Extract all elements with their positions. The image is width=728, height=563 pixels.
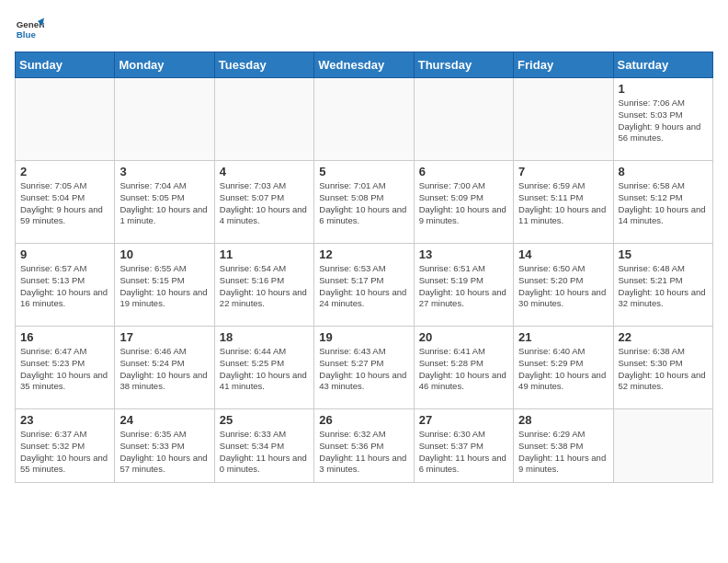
calendar-week-4: 23Sunrise: 6:37 AM Sunset: 5:32 PM Dayli… xyxy=(16,409,713,483)
calendar-cell: 18Sunrise: 6:44 AM Sunset: 5:25 PM Dayli… xyxy=(214,327,313,409)
day-number: 28 xyxy=(518,413,608,427)
calendar-table: SundayMondayTuesdayWednesdayThursdayFrid… xyxy=(15,52,713,483)
day-info: Sunrise: 6:44 AM Sunset: 5:25 PM Dayligh… xyxy=(220,346,309,393)
day-number: 13 xyxy=(419,247,508,261)
day-number: 17 xyxy=(119,330,209,344)
calendar-cell: 10Sunrise: 6:55 AM Sunset: 5:15 PM Dayli… xyxy=(115,244,214,327)
day-info: Sunrise: 7:00 AM Sunset: 5:09 PM Dayligh… xyxy=(419,180,508,227)
day-number: 3 xyxy=(119,165,209,178)
calendar-header-monday: Monday xyxy=(115,52,214,78)
calendar-cell: 11Sunrise: 6:54 AM Sunset: 5:16 PM Dayli… xyxy=(214,244,313,327)
calendar-cell: 24Sunrise: 6:35 AM Sunset: 5:33 PM Dayli… xyxy=(115,409,214,483)
calendar-header-friday: Friday xyxy=(514,52,613,78)
day-number: 27 xyxy=(419,413,508,427)
day-number: 2 xyxy=(20,165,109,178)
day-info: Sunrise: 6:57 AM Sunset: 5:13 PM Dayligh… xyxy=(20,263,109,310)
calendar-week-0: 1Sunrise: 7:06 AM Sunset: 5:03 PM Daylig… xyxy=(16,78,713,161)
day-number: 23 xyxy=(20,413,109,427)
calendar-week-1: 2Sunrise: 7:05 AM Sunset: 5:04 PM Daylig… xyxy=(16,161,713,244)
day-info: Sunrise: 7:05 AM Sunset: 5:04 PM Dayligh… xyxy=(20,180,109,227)
day-number: 5 xyxy=(319,165,408,178)
day-info: Sunrise: 6:55 AM Sunset: 5:15 PM Dayligh… xyxy=(119,263,209,310)
day-info: Sunrise: 7:04 AM Sunset: 5:05 PM Dayligh… xyxy=(119,180,209,227)
calendar-cell: 12Sunrise: 6:53 AM Sunset: 5:17 PM Dayli… xyxy=(314,244,414,327)
day-number: 22 xyxy=(619,330,708,344)
calendar-cell xyxy=(314,78,414,161)
calendar-header-saturday: Saturday xyxy=(613,52,712,78)
calendar-cell: 25Sunrise: 6:33 AM Sunset: 5:34 PM Dayli… xyxy=(214,409,313,483)
calendar-header-wednesday: Wednesday xyxy=(314,52,414,78)
calendar-cell: 16Sunrise: 6:47 AM Sunset: 5:23 PM Dayli… xyxy=(16,327,115,409)
day-number: 16 xyxy=(20,330,109,344)
day-number: 9 xyxy=(20,247,109,261)
day-info: Sunrise: 6:30 AM Sunset: 5:37 PM Dayligh… xyxy=(419,429,508,476)
calendar-cell: 7Sunrise: 6:59 AM Sunset: 5:11 PM Daylig… xyxy=(514,161,613,244)
day-info: Sunrise: 6:46 AM Sunset: 5:24 PM Dayligh… xyxy=(119,346,209,393)
calendar-cell: 9Sunrise: 6:57 AM Sunset: 5:13 PM Daylig… xyxy=(16,244,115,327)
calendar-cell: 28Sunrise: 6:29 AM Sunset: 5:38 PM Dayli… xyxy=(514,409,613,483)
calendar-cell: 21Sunrise: 6:40 AM Sunset: 5:29 PM Dayli… xyxy=(514,327,613,409)
calendar-cell: 5Sunrise: 7:01 AM Sunset: 5:08 PM Daylig… xyxy=(314,161,414,244)
day-info: Sunrise: 6:32 AM Sunset: 5:36 PM Dayligh… xyxy=(319,429,408,476)
day-number: 12 xyxy=(319,247,408,261)
calendar-cell: 20Sunrise: 6:41 AM Sunset: 5:28 PM Dayli… xyxy=(414,327,513,409)
day-number: 7 xyxy=(518,165,608,178)
calendar-cell: 13Sunrise: 6:51 AM Sunset: 5:19 PM Dayli… xyxy=(414,244,513,327)
day-info: Sunrise: 6:53 AM Sunset: 5:17 PM Dayligh… xyxy=(319,263,408,310)
day-info: Sunrise: 6:54 AM Sunset: 5:16 PM Dayligh… xyxy=(220,263,309,310)
day-info: Sunrise: 7:06 AM Sunset: 5:03 PM Dayligh… xyxy=(619,98,708,144)
day-info: Sunrise: 6:58 AM Sunset: 5:12 PM Dayligh… xyxy=(619,180,708,227)
calendar-cell: 14Sunrise: 6:50 AM Sunset: 5:20 PM Dayli… xyxy=(514,244,613,327)
calendar-cell: 17Sunrise: 6:46 AM Sunset: 5:24 PM Dayli… xyxy=(115,327,214,409)
day-info: Sunrise: 6:40 AM Sunset: 5:29 PM Dayligh… xyxy=(518,346,608,393)
calendar-week-2: 9Sunrise: 6:57 AM Sunset: 5:13 PM Daylig… xyxy=(16,244,713,327)
calendar-cell xyxy=(514,78,613,161)
day-info: Sunrise: 6:48 AM Sunset: 5:21 PM Dayligh… xyxy=(619,263,708,310)
calendar-header-tuesday: Tuesday xyxy=(214,52,313,78)
calendar-cell: 1Sunrise: 7:06 AM Sunset: 5:03 PM Daylig… xyxy=(613,78,712,161)
day-info: Sunrise: 6:33 AM Sunset: 5:34 PM Dayligh… xyxy=(220,429,309,476)
calendar-cell: 8Sunrise: 6:58 AM Sunset: 5:12 PM Daylig… xyxy=(613,161,712,244)
day-number: 26 xyxy=(319,413,408,427)
day-number: 24 xyxy=(119,413,209,427)
page-header: General Blue xyxy=(15,15,713,44)
day-number: 21 xyxy=(518,330,608,344)
day-number: 18 xyxy=(220,330,309,344)
calendar-cell: 23Sunrise: 6:37 AM Sunset: 5:32 PM Dayli… xyxy=(16,409,115,483)
day-info: Sunrise: 6:35 AM Sunset: 5:33 PM Dayligh… xyxy=(119,429,209,476)
day-number: 1 xyxy=(619,82,708,96)
calendar-cell: 4Sunrise: 7:03 AM Sunset: 5:07 PM Daylig… xyxy=(214,161,313,244)
day-info: Sunrise: 6:47 AM Sunset: 5:23 PM Dayligh… xyxy=(20,346,109,393)
day-info: Sunrise: 7:03 AM Sunset: 5:07 PM Dayligh… xyxy=(220,180,309,227)
logo: General Blue xyxy=(15,15,44,44)
day-info: Sunrise: 6:29 AM Sunset: 5:38 PM Dayligh… xyxy=(518,429,608,476)
day-number: 11 xyxy=(220,247,309,261)
day-info: Sunrise: 6:59 AM Sunset: 5:11 PM Dayligh… xyxy=(518,180,608,227)
calendar-header-thursday: Thursday xyxy=(414,52,513,78)
calendar-cell xyxy=(115,78,214,161)
day-info: Sunrise: 6:43 AM Sunset: 5:27 PM Dayligh… xyxy=(319,346,408,393)
calendar-cell: 27Sunrise: 6:30 AM Sunset: 5:37 PM Dayli… xyxy=(414,409,513,483)
calendar-header-row: SundayMondayTuesdayWednesdayThursdayFrid… xyxy=(16,52,713,78)
day-info: Sunrise: 6:51 AM Sunset: 5:19 PM Dayligh… xyxy=(419,263,508,310)
calendar-cell xyxy=(613,409,712,483)
calendar-cell: 6Sunrise: 7:00 AM Sunset: 5:09 PM Daylig… xyxy=(414,161,513,244)
calendar-header-sunday: Sunday xyxy=(16,52,115,78)
day-info: Sunrise: 6:50 AM Sunset: 5:20 PM Dayligh… xyxy=(518,263,608,310)
calendar-cell xyxy=(214,78,313,161)
calendar-cell: 19Sunrise: 6:43 AM Sunset: 5:27 PM Dayli… xyxy=(314,327,414,409)
day-number: 14 xyxy=(518,247,608,261)
calendar-cell xyxy=(414,78,513,161)
day-info: Sunrise: 6:38 AM Sunset: 5:30 PM Dayligh… xyxy=(619,346,708,393)
calendar-cell: 15Sunrise: 6:48 AM Sunset: 5:21 PM Dayli… xyxy=(613,244,712,327)
day-number: 19 xyxy=(319,330,408,344)
calendar-cell: 3Sunrise: 7:04 AM Sunset: 5:05 PM Daylig… xyxy=(115,161,214,244)
calendar-cell: 2Sunrise: 7:05 AM Sunset: 5:04 PM Daylig… xyxy=(16,161,115,244)
day-info: Sunrise: 7:01 AM Sunset: 5:08 PM Dayligh… xyxy=(319,180,408,227)
day-number: 15 xyxy=(619,247,708,261)
svg-text:Blue: Blue xyxy=(17,29,37,40)
logo-icon: General Blue xyxy=(15,15,44,44)
calendar-cell: 26Sunrise: 6:32 AM Sunset: 5:36 PM Dayli… xyxy=(314,409,414,483)
day-number: 25 xyxy=(220,413,309,427)
day-number: 6 xyxy=(419,165,508,178)
